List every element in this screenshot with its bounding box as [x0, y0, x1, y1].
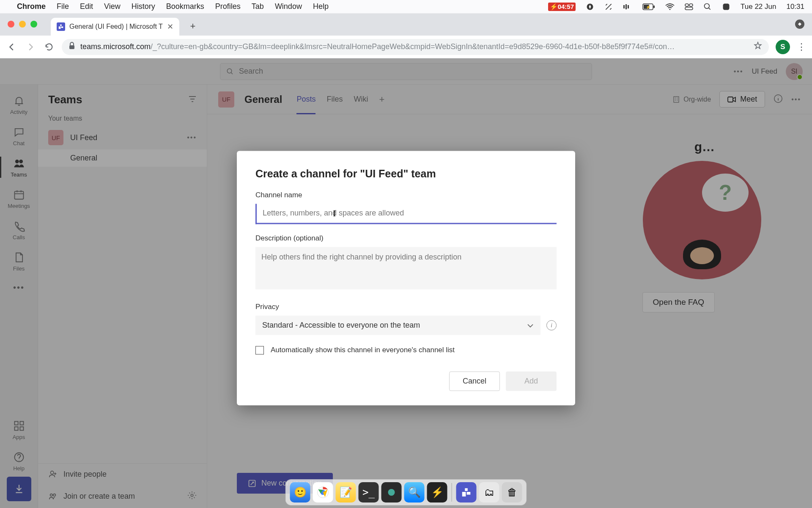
- svg-rect-10: [689, 4, 693, 6]
- teams-app: Search ••• UI Feed SI Activity Chat Team…: [0, 58, 812, 508]
- channel-name-label: Channel name: [255, 191, 557, 199]
- svg-text:⚡: ⚡: [646, 5, 651, 10]
- battery-indicator[interactable]: ⚡04:57: [548, 3, 576, 11]
- status-icon-2[interactable]: [604, 3, 613, 11]
- dock-teams[interactable]: [456, 482, 477, 502]
- chrome-profile-button[interactable]: S: [776, 40, 790, 54]
- menubar-help[interactable]: Help: [313, 2, 329, 11]
- dock-terminal[interactable]: >_: [359, 482, 379, 502]
- svg-rect-14: [69, 45, 74, 49]
- svg-point-12: [705, 3, 710, 8]
- tab-favicon-teams-icon: [57, 22, 65, 31]
- back-button[interactable]: [6, 41, 18, 53]
- control-center-icon[interactable]: [685, 3, 693, 10]
- channel-name-input[interactable]: [255, 204, 557, 224]
- dock-app-2[interactable]: 🔍: [404, 482, 425, 502]
- window-controls: [8, 21, 37, 28]
- svg-rect-1: [623, 5, 625, 8]
- tab-overflow-button[interactable]: [795, 19, 804, 29]
- new-tab-button[interactable]: +: [185, 19, 200, 34]
- window-maximize-button[interactable]: [30, 21, 37, 28]
- svg-rect-9: [685, 4, 689, 6]
- dock-chrome[interactable]: [313, 482, 333, 502]
- window-minimize-button[interactable]: [19, 21, 26, 28]
- status-icon-3[interactable]: [623, 4, 632, 10]
- address-bar[interactable]: teams.microsoft.com/_?culture=en-gb&coun…: [62, 39, 769, 55]
- svg-point-34: [388, 489, 395, 496]
- menubar-tab[interactable]: Tab: [252, 2, 264, 11]
- battery-time: 04:57: [558, 3, 574, 10]
- bookmark-star-icon[interactable]: [754, 41, 762, 52]
- privacy-value: Standard - Accessible to everyone on the…: [262, 321, 420, 330]
- dock-app-3[interactable]: ⚡: [427, 482, 447, 502]
- tab-close-button[interactable]: ✕: [167, 22, 173, 31]
- menubar-history[interactable]: History: [132, 2, 155, 11]
- chrome-menu-button[interactable]: ⋮: [797, 41, 806, 52]
- svg-rect-11: [685, 7, 693, 10]
- dock-finder[interactable]: 🙂: [290, 482, 310, 502]
- lock-icon: [69, 42, 75, 52]
- chrome-toolbar: teams.microsoft.com/_?culture=en-gb&coun…: [0, 36, 812, 58]
- battery-icon[interactable]: ⚡: [642, 3, 655, 10]
- auto-show-checkbox-row[interactable]: Automatically show this channel in every…: [255, 346, 557, 354]
- svg-rect-2: [625, 4, 627, 9]
- menubar-file[interactable]: File: [57, 2, 69, 11]
- chevron-down-icon: [527, 321, 534, 330]
- menubar-edit[interactable]: Edit: [80, 2, 93, 11]
- browser-tab[interactable]: General (UI Feed) | Microsoft T ✕: [51, 18, 179, 36]
- description-label: Description (optional): [255, 234, 557, 243]
- cancel-button[interactable]: Cancel: [449, 371, 500, 391]
- privacy-info-icon[interactable]: i: [546, 320, 557, 330]
- reload-button[interactable]: [43, 41, 55, 53]
- menubar-profiles[interactable]: Profiles: [215, 2, 241, 11]
- privacy-label: Privacy: [255, 303, 557, 311]
- menubar-view[interactable]: View: [104, 2, 121, 11]
- dock-trash[interactable]: 🗑: [502, 482, 522, 502]
- siri-icon[interactable]: [722, 3, 730, 11]
- checkbox-unchecked[interactable]: [255, 346, 264, 354]
- auto-show-label: Automatically show this channel in every…: [271, 346, 455, 354]
- svg-rect-13: [723, 3, 730, 10]
- status-icon-1[interactable]: [586, 3, 594, 11]
- menubar-bookmarks[interactable]: Bookmarks: [166, 2, 204, 11]
- wifi-icon[interactable]: [665, 3, 675, 10]
- macos-dock: 🙂 📝 >_ 🔍 ⚡ 🗂 🗑: [285, 479, 527, 505]
- dock-app-1[interactable]: [381, 482, 402, 502]
- url-text: teams.microsoft.com/_?culture=en-gb&coun…: [80, 42, 749, 51]
- dock-separator: [452, 483, 452, 502]
- add-button[interactable]: Add: [506, 371, 557, 391]
- chrome-tab-strip: General (UI Feed) | Microsoft T ✕ +: [0, 14, 812, 36]
- menubar-clock[interactable]: 10:31: [786, 3, 804, 11]
- svg-rect-3: [628, 5, 629, 8]
- forward-button[interactable]: [25, 41, 36, 53]
- menubar-window[interactable]: Window: [275, 2, 302, 11]
- macos-menubar: Chrome File Edit View History Bookmarks …: [0, 0, 812, 14]
- modal-title: Create a channel for "UI Feed" team: [255, 168, 557, 180]
- create-channel-modal: Create a channel for "UI Feed" team Chan…: [237, 151, 575, 405]
- description-input[interactable]: [255, 247, 557, 289]
- menubar-app[interactable]: Chrome: [17, 2, 46, 11]
- menubar-date[interactable]: Tue 22 Jun: [741, 3, 776, 11]
- chrome-window: General (UI Feed) | Microsoft T ✕ + team…: [0, 14, 812, 508]
- dock-app-4[interactable]: 🗂: [479, 482, 499, 502]
- privacy-select[interactable]: Standard - Accessible to everyone on the…: [255, 315, 540, 335]
- svg-point-8: [669, 8, 671, 10]
- spotlight-icon[interactable]: [703, 3, 712, 11]
- svg-rect-6: [653, 6, 655, 8]
- window-close-button[interactable]: [8, 21, 14, 28]
- dock-notes[interactable]: 📝: [336, 482, 356, 502]
- tab-title: General (UI Feed) | Microsoft T: [69, 23, 163, 30]
